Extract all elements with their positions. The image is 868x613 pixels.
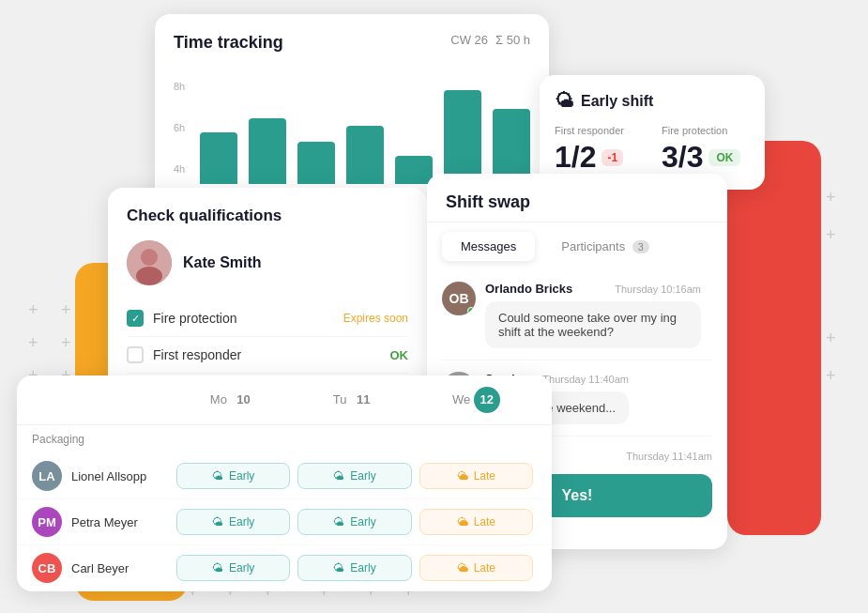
early-shift-card: 🌤 Early shift First responder 1/2 -1 Fir… <box>540 75 765 190</box>
shift-1-3[interactable]: 🌥 Late <box>419 463 533 489</box>
employee-row-3: CB Carl Beyer 🌤 Early 🌤 Early 🌥 Late <box>17 545 552 591</box>
shift-icon-early: 🌤 <box>212 515 223 529</box>
shift-label-3-2: Early <box>350 561 375 575</box>
tab-participants[interactable]: Participants 3 <box>542 232 668 261</box>
fire-protection-value: 3/3 <box>662 140 703 175</box>
deco-plus: + <box>826 225 836 245</box>
employee-info-1: LA Lionel Allsopp <box>32 461 173 491</box>
tab-messages[interactable]: Messages <box>442 232 535 261</box>
shift-3-1[interactable]: 🌤 Early <box>176 555 290 581</box>
schedule-card: Mo 10 Tu 11 We 12 Packaging LA Lionel Al… <box>17 375 552 591</box>
employee-row-1: LA Lionel Allsopp 🌤 Early 🌤 Early 🌥 Late <box>17 453 552 499</box>
fire-protection-qual-label: Fire protection <box>153 311 236 326</box>
chart-y-axis: 8h 6h 4h <box>174 81 185 175</box>
shift-1-2[interactable]: 🌤 Early <box>297 463 411 489</box>
shift-label-1-2: Early <box>350 469 375 483</box>
employee-avatar-1: LA <box>32 461 62 491</box>
first-responder-qual-label: First responder <box>153 347 241 362</box>
total-label: Σ 50 h <box>495 33 530 47</box>
first-responder-value-row: 1/2 -1 <box>555 140 643 175</box>
svg-point-1 <box>141 249 158 266</box>
employee-info-3: CB Carl Beyer <box>32 553 173 583</box>
you-time: Thursday 11:41am <box>626 451 712 462</box>
bar-7 <box>493 109 530 184</box>
deco-plus: + <box>61 300 71 320</box>
shift-2-1[interactable]: 🌤 Early <box>176 509 290 535</box>
participants-badge: 3 <box>632 240 649 253</box>
early-shift-title: 🌤 Early shift <box>555 90 750 112</box>
first-responder-qual-left: First responder <box>127 346 241 363</box>
person-row: Kate Smith <box>127 240 408 285</box>
fire-protection-badge: OK <box>708 149 740 166</box>
employee-name-1: Lionel Allsopp <box>71 469 146 483</box>
bar-3 <box>297 142 335 184</box>
time-tracking-title: Time tracking <box>174 33 283 52</box>
fire-protection-value-row: 3/3 OK <box>662 140 750 175</box>
deco-plus: + <box>826 366 836 386</box>
schedule-header: Mo 10 Tu 11 We 12 <box>17 375 552 425</box>
shift-label-2-1: Early <box>229 515 254 529</box>
shift-icon-late: 🌥 <box>457 515 468 529</box>
shift-icon-late: 🌥 <box>457 561 468 575</box>
bar-5 <box>395 156 433 184</box>
deco-plus: + <box>28 333 38 353</box>
fire-protection-qual-left: ✓ Fire protection <box>127 310 236 327</box>
deco-plus: + <box>28 300 38 320</box>
shift-swap-header: Shift swap <box>427 174 727 222</box>
message-row-1: OB Orlando Bricks Thursday 10:16am Could… <box>442 282 712 348</box>
deco-plus: + <box>826 188 836 207</box>
fire-protection-checkbox[interactable]: ✓ <box>127 310 144 327</box>
sender-1: Orlando Bricks <box>485 282 572 296</box>
shift-1-1[interactable]: 🌤 Early <box>176 463 290 489</box>
shift-label-3-3: Late <box>474 561 495 575</box>
employee-avatar-2: PM <box>32 507 62 537</box>
message-content-1: Orlando Bricks Thursday 10:16am Could so… <box>485 282 701 348</box>
day-mo: Mo 10 <box>173 387 294 413</box>
first-responder-col: First responder 1/2 -1 <box>555 125 643 175</box>
check-qualifications-title: Check qualifications <box>127 207 408 225</box>
shift-icon-early: 🌤 <box>212 469 223 483</box>
message-header-1: Orlando Bricks Thursday 10:16am <box>485 282 701 296</box>
shift-2-3[interactable]: 🌥 Late <box>419 509 533 535</box>
qualification-row: First responder 1/2 -1 Fire protection 3… <box>555 125 750 175</box>
first-responder-checkbox[interactable] <box>127 346 144 363</box>
employee-avatar-3: CB <box>32 553 62 583</box>
first-responder-status: OK <box>390 348 409 362</box>
fire-protection-label: Fire protection <box>662 125 750 136</box>
employee-name-3: Carl Beyer <box>71 561 129 575</box>
shift-2-2[interactable]: 🌤 Early <box>297 509 411 535</box>
online-indicator <box>467 307 475 314</box>
day-tu: Tu 11 <box>294 387 415 413</box>
person-avatar <box>127 240 172 285</box>
bar-6 <box>444 90 481 184</box>
bubble-1: Could someone take over my ing shift at … <box>485 301 701 348</box>
shift-swap-title: Shift swap <box>446 192 530 211</box>
early-shift-icon: 🌤 <box>555 90 573 112</box>
fire-protection-col: Fire protection 3/3 OK <box>662 125 750 175</box>
employee-col-header <box>32 387 173 413</box>
shift-icon-early: 🌤 <box>333 561 344 575</box>
time-meta: CW 26 Σ 50 h <box>450 33 530 47</box>
first-responder-label: First responder <box>555 125 643 136</box>
day-we: We 12 <box>416 387 537 413</box>
employee-info-2: PM Petra Meyer <box>32 507 173 537</box>
first-responder-qual: First responder OK <box>127 337 408 374</box>
red-decoration <box>727 141 821 535</box>
bar-2 <box>249 118 286 184</box>
shift-label-3-1: Early <box>229 561 254 575</box>
time-2: Thursday 11:40am <box>542 374 629 385</box>
shift-3-3[interactable]: 🌥 Late <box>419 555 533 581</box>
fire-protection-qual: ✓ Fire protection Expires soon <box>127 300 408 337</box>
person-name: Kate Smith <box>183 254 262 271</box>
deco-plus: + <box>61 333 71 353</box>
shift-icon-early: 🌤 <box>333 469 344 483</box>
shift-3-2[interactable]: 🌤 Early <box>297 555 411 581</box>
check-qualifications-card: Check qualifications Kate Smith ✓ Fire p… <box>108 188 427 392</box>
tab-bar: Messages Participants 3 <box>427 222 727 270</box>
first-responder-badge: -1 <box>602 149 623 166</box>
shift-icon-early: 🌤 <box>333 515 344 529</box>
section-label: Packaging <box>17 425 552 453</box>
shift-label-1-1: Early <box>229 469 254 483</box>
time-1: Thursday 10:16am <box>615 284 701 295</box>
fire-protection-status: Expires soon <box>343 312 408 325</box>
